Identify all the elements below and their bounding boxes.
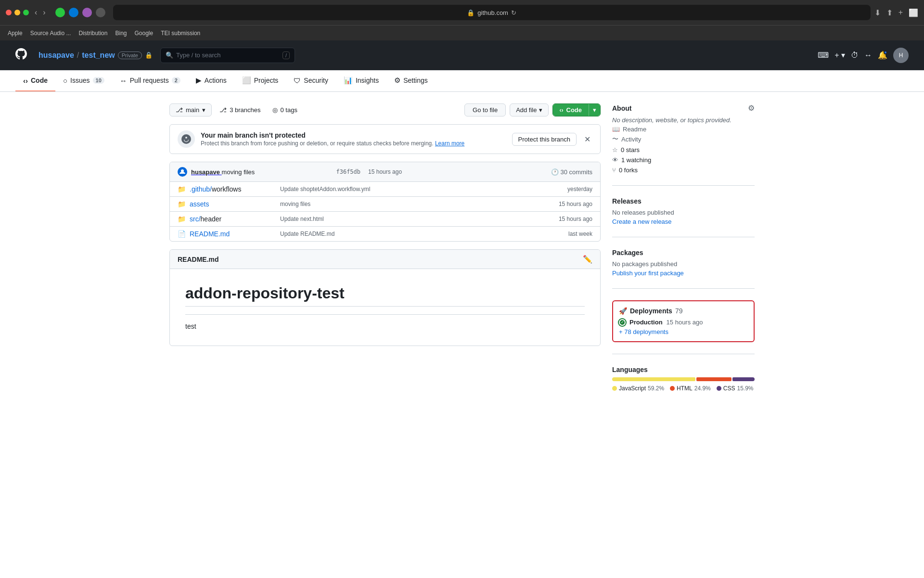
readme-edit-button[interactable]: ✏️ [583,255,592,264]
url-bar[interactable]: 🔒 github.com ↻ [113,5,871,20]
file-icon: 📄 [178,230,186,238]
branches-link[interactable]: ⎇ 3 branches [216,104,264,116]
code-dropdown-button[interactable]: ▾ [589,104,600,116]
terminal-btn[interactable]: ⌨ [818,51,829,60]
notifications-btn[interactable]: 🔔 [878,51,887,60]
more-deployments-link[interactable]: + 78 deployments [619,328,668,335]
nav-security[interactable]: 🛡 Security [286,71,336,91]
protection-title: Your main branch isn't protected [201,131,506,139]
chevron-down-icon: ▾ [202,106,205,114]
maximize-window-btn[interactable] [23,10,29,15]
readme-section: README.md ✏️ addon-repository-test test [169,249,601,346]
code-button-group: ‹› Code ▾ [552,103,601,116]
lock-icon: 🔒 [467,9,475,16]
add-file-label: Add file [516,106,537,114]
file-name-link[interactable]: src/header [190,215,276,223]
sidebar-deployments-section: 🚀 Deployments 79 ✓ Production 15 hours a… [612,300,755,354]
protection-text: Your main branch isn't protected Protect… [201,131,506,147]
folder-icon: 📁 [178,200,186,208]
nav-issues[interactable]: ○ Issues 10 [55,71,112,91]
file-commit-msg: Update shoptetAddon.workflow.yml [280,186,540,193]
about-settings-button[interactable]: ⚙ [748,103,755,113]
sidebar-packages-section: Packages No packages published Publish y… [612,249,755,289]
nav-settings[interactable]: ⚙ Settings [386,70,436,91]
commit-user-link[interactable]: husapave [191,168,222,176]
deployments-count: 79 [675,307,683,315]
tag-icon: ◎ [272,106,278,114]
nav-insights[interactable]: 📊 Insights [336,70,386,91]
branch-name: main [186,106,199,114]
close-window-btn[interactable] [6,10,12,15]
nav-projects[interactable]: ⬜ Projects [234,70,286,91]
file-name-link[interactable]: .github/workflows [190,185,276,193]
file-commit-msg: moving files [280,201,540,207]
bookmark-bing[interactable]: Bing [115,30,127,37]
github-header: husapave / test_new Private 🔒 🔍 Type / t… [0,40,924,70]
bookmark-google[interactable]: Google [135,30,154,37]
close-banner-button[interactable]: ✕ [582,133,592,146]
lang-pct-html: 24.9% [694,385,711,392]
sidebar: About ⚙ No description, website, or topi… [612,103,755,415]
protect-branch-button[interactable]: Protect this branch [512,133,577,146]
share-icon[interactable]: ⬆ [886,8,893,17]
language-list: JavaScript 59.2% HTML 24.9% CSS 15.9% [612,385,755,392]
about-description: No description, website, or topics provi… [612,116,755,124]
code-main-button[interactable]: ‹› Code [553,104,589,116]
avatar[interactable]: H [893,48,909,63]
file-row: 📁 assets moving files 15 hours ago [170,197,600,212]
minimize-window-btn[interactable] [14,10,20,15]
lang-item-js: JavaScript 59.2% [612,385,664,392]
bookmark-distribution[interactable]: Distribution [78,30,107,37]
deployments-header: 🚀 Deployments 79 [619,307,748,315]
deployment-name: Production [629,319,663,326]
nav-actions[interactable]: ▶ Actions [188,70,234,91]
lang-item-css: CSS 15.9% [717,385,754,392]
protection-icon [178,130,195,148]
publish-package-link[interactable]: Publish your first package [612,270,755,277]
learn-more-link[interactable]: Learn more [435,140,464,147]
forks-stat: ⑂ 0 forks [612,167,755,174]
pr-badge: 2 [172,77,180,84]
bookmark-apple[interactable]: Apple [8,30,23,37]
create-release-link[interactable]: Create a new release [612,218,755,225]
lang-pct-js: 59.2% [648,385,664,392]
nav-code[interactable]: ‹› Code [15,71,55,91]
issues-btn[interactable]: ⏱ [851,51,859,60]
sidebar-languages-section: Languages JavaScript 59.2% HTML 24.9% [612,366,755,403]
pull-requests-btn[interactable]: ↔ [864,51,872,60]
private-badge: Private [118,51,142,59]
commit-message: moving files [222,168,255,176]
forward-btn[interactable]: › [41,6,47,19]
commit-count-link[interactable]: 30 commits [561,168,592,176]
search-placeholder: Type / to search [176,51,221,59]
tags-link[interactable]: ◎ 0 tags [269,104,301,116]
goto-file-button[interactable]: Go to file [464,103,506,116]
nav-pull-requests[interactable]: ↔ Pull requests 2 [112,71,188,91]
file-name-link[interactable]: README.md [190,230,276,238]
file-name-link[interactable]: assets [190,200,276,208]
bookmark-source-audio[interactable]: Source Audio ... [30,30,71,37]
readme-link[interactable]: 📖 Readme [612,126,755,133]
file-commit-msg: Update next.html [280,216,540,222]
breadcrumb-user[interactable]: husapave [38,51,74,60]
readme-body: test [185,322,585,330]
sidebar-about-section: About ⚙ No description, website, or topi… [612,103,755,186]
back-btn[interactable]: ‹ [33,6,39,19]
pr-icon: ↔ [120,77,127,85]
search-bar[interactable]: 🔍 Type / to search / [160,48,295,63]
new-tab-icon[interactable]: + [898,8,903,17]
settings-icon: ⚙ [394,76,400,85]
add-file-button[interactable]: Add file ▾ [510,103,548,116]
branches-count: 3 branches [230,106,260,114]
breadcrumb-repo[interactable]: test_new [82,51,115,60]
new-menu-btn[interactable]: + ▾ [834,51,845,60]
browser-extension-icons [55,8,105,17]
branch-selector[interactable]: ⎇ main ▾ [169,103,212,116]
sidebar-icon[interactable]: ⬜ [909,8,918,17]
readme-heading: addon-repository-test [185,284,585,307]
star-icon: ☆ [612,146,618,154]
bookmark-tei[interactable]: TEI submission [161,30,200,37]
activity-link[interactable]: 〜 Activity [612,135,755,143]
download-icon[interactable]: ⬇ [874,8,881,17]
watching-stat: 👁 1 watching [612,156,755,164]
